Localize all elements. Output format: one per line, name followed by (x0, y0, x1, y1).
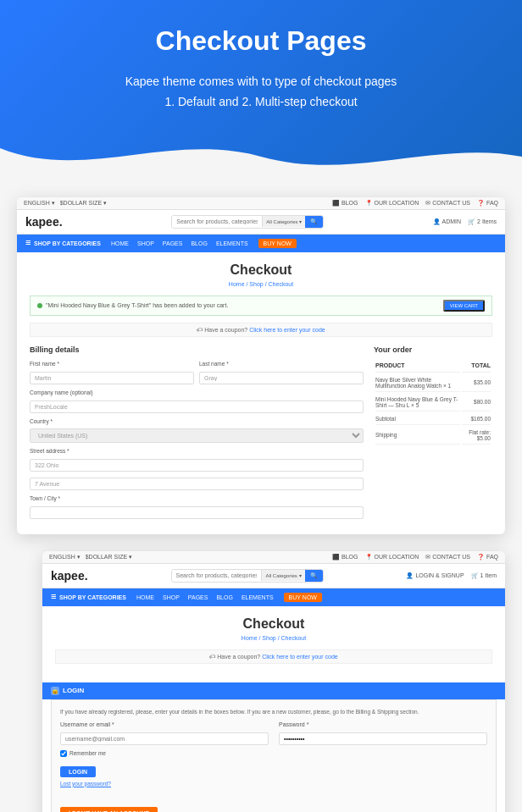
billing-section: Billing details First name * Last name *… (30, 345, 364, 524)
shipping-value: Flat rate: $5.00 (462, 427, 491, 445)
first-name-group: First name * (30, 361, 194, 384)
alert-dot (37, 303, 42, 308)
cart-icon-2[interactable]: 🛒 1 Item (471, 572, 497, 579)
hero-subtitle-2: 1. Default and 2. Multi-step checkout (17, 92, 505, 113)
search-input-2[interactable] (172, 570, 262, 581)
order-item-2-name: Mini Hooded Navy Blue & Grey T-Shirt — S… (375, 394, 460, 412)
catnav-shop-1[interactable]: SHOP (137, 240, 154, 246)
last-name-label: Last name * (199, 361, 364, 367)
topbar-dollar[interactable]: $DOLLAR SIZE ▾ (60, 200, 107, 207)
username-label: Username or email * (60, 721, 269, 727)
lost-password-link[interactable]: Lost your password? (60, 781, 487, 787)
topbar-blog-2[interactable]: ⬛ BLOG (332, 554, 358, 561)
shipping-row: Shipping Flat rate: $5.00 (375, 427, 491, 445)
country-label: Country * (30, 418, 364, 424)
company-label: Company name (optional) (30, 389, 364, 395)
coupon-text-2: Have a coupon? (217, 654, 260, 660)
catnav-blog-1[interactable]: BLOG (191, 240, 207, 246)
topbar-2: ENGLISH ▾ $DOLLAR SIZE ▾ ⬛ BLOG 📍 OUR LO… (42, 551, 505, 564)
catnav-pages-1[interactable]: PAGES (163, 240, 183, 246)
page-heading-2: Checkout (55, 616, 492, 632)
username-input[interactable] (60, 732, 269, 745)
browser-mockup-2: ENGLISH ▾ $DOLLAR SIZE ▾ ⬛ BLOG 📍 OUR LO… (42, 551, 505, 812)
search-button-1[interactable]: 🔍 (305, 216, 323, 228)
shipping-label: Shipping (375, 427, 460, 445)
login-signup-link[interactable]: 👤 LOGIN & SIGNUP (406, 572, 464, 579)
order-item-2-price: $80.00 (462, 394, 491, 412)
hero-title: Checkout Pages (17, 25, 505, 57)
topbar-faq-2[interactable]: ❓ FAQ (477, 554, 498, 561)
coupon-text: Have a coupon? (204, 327, 247, 333)
alert-bar-1: "Mini Hooded Navy Blue & Grey T-Shirt" h… (30, 296, 492, 316)
last-name-input[interactable] (199, 372, 364, 384)
topbar-contact[interactable]: ✉ CONTACT US (425, 200, 470, 207)
hero-subtitle-1: Kapee theme comes with to type of checko… (17, 72, 505, 92)
order-section: Your order PRODUCT TOTAL Navy Blue Silve… (374, 345, 492, 524)
last-name-group: Last name * (199, 361, 364, 384)
topbar-blog[interactable]: ⬛ BLOG (332, 200, 358, 207)
remember-me: Remember me (60, 750, 487, 757)
country-group: Country * United States (US) (30, 418, 364, 443)
login-button[interactable]: LOGIN (60, 766, 96, 777)
topbar-location[interactable]: 📍 OUR LOCATION (365, 200, 419, 207)
catnav-home-1[interactable]: HOME (111, 240, 129, 246)
breadcrumb-1: Home / Shop / Checkout (30, 281, 492, 287)
remember-checkbox[interactable] (60, 750, 67, 757)
admin-link[interactable]: 👤 ADMIN (433, 218, 461, 225)
catnav-shop-2[interactable]: SHOP (163, 594, 180, 600)
buy-now-1[interactable]: BUY NOW (258, 239, 297, 248)
shop-by-categories-2[interactable]: ☰ SHOP BY CATEGORIES (51, 594, 126, 600)
hero-section: Checkout Pages Kapee theme comes with to… (0, 0, 522, 180)
page-content-1: Checkout Home / Shop / Checkout "Mini Ho… (17, 252, 505, 534)
topbar-faq[interactable]: ❓ FAQ (477, 200, 498, 207)
catnav-elements-2[interactable]: ELEMENTS (242, 594, 274, 600)
catnav-elements-1[interactable]: ELEMENTS (216, 240, 248, 246)
catnav-pages-2[interactable]: PAGES (188, 594, 208, 600)
no-account-button[interactable]: I DON'T HAVE AN ACCOUNT (60, 807, 158, 812)
coupon-bar-2: 🏷 Have a coupon? Click here to enter you… (55, 649, 492, 664)
password-input[interactable] (279, 732, 487, 745)
catnav-2: ☰ SHOP BY CATEGORIES HOME SHOP PAGES BLO… (42, 588, 505, 606)
login-section-header: 🔒 LOGIN (42, 682, 505, 699)
first-name-label: First name * (30, 361, 194, 367)
topbar-right-2: ⬛ BLOG 📍 OUR LOCATION ✉ CONTACT US ❓ FAQ (332, 554, 498, 561)
page-heading-1: Checkout (30, 262, 492, 278)
first-name-input[interactable] (30, 372, 194, 384)
search-category-1[interactable]: All Categories ▾ (262, 216, 305, 227)
city-input[interactable] (30, 506, 364, 519)
topbar-location-2[interactable]: 📍 OUR LOCATION (365, 554, 419, 561)
search-button-2[interactable]: 🔍 (305, 570, 323, 582)
street-input[interactable] (30, 459, 364, 472)
search-input-1[interactable] (172, 216, 262, 227)
alert-text: "Mini Hooded Navy Blue & Grey T-Shirt" h… (46, 302, 228, 308)
search-category-2[interactable]: All Categories ▾ (261, 570, 304, 581)
nav-logo-1[interactable]: kapee. (25, 215, 63, 229)
total-col: TOTAL (462, 362, 491, 373)
order-item-1-price: $35.00 (462, 374, 491, 392)
catnav-home-2[interactable]: HOME (136, 594, 154, 600)
view-cart-button[interactable]: VIEW CART (443, 300, 485, 312)
topbar-english-2[interactable]: ENGLISH ▾ (49, 554, 81, 561)
city-label: Town / City * (30, 495, 364, 501)
coupon-link[interactable]: Click here to enter your code (249, 327, 325, 333)
password-label: Password * (279, 721, 487, 727)
topbar-english[interactable]: ENGLISH ▾ (24, 200, 55, 207)
shop-by-categories-1[interactable]: ☰ SHOP BY CATEGORIES (25, 240, 101, 246)
topbar-contact-2[interactable]: ✉ CONTACT US (425, 554, 470, 561)
street-input-2[interactable] (30, 478, 364, 490)
topbar-1: ENGLISH ▾ $DOLLAR SIZE ▾ ⬛ BLOG 📍 OUR LO… (17, 197, 505, 210)
buy-now-2[interactable]: BUY NOW (284, 593, 322, 602)
company-input[interactable] (30, 400, 364, 413)
nav-logo-2[interactable]: kapee. (51, 569, 88, 583)
login-icon: 🔒 (51, 687, 59, 695)
country-select[interactable]: United States (US) (30, 428, 364, 443)
order-item-1-name: Navy Blue Silver White Multifunction Ana… (375, 374, 460, 392)
cart-icon[interactable]: 🛒 2 Items (468, 218, 497, 225)
wave-decoration (0, 131, 522, 180)
nav-search-1: All Categories ▾ 🔍 (171, 215, 324, 229)
billing-title: Billing details (30, 345, 364, 354)
order-row-1: Navy Blue Silver White Multifunction Ana… (375, 374, 491, 392)
topbar-dollar-2[interactable]: $DOLLAR SIZE ▾ (86, 554, 132, 561)
catnav-blog-2[interactable]: BLOG (216, 594, 232, 600)
coupon-link-2[interactable]: Click here to enter your code (262, 654, 338, 660)
